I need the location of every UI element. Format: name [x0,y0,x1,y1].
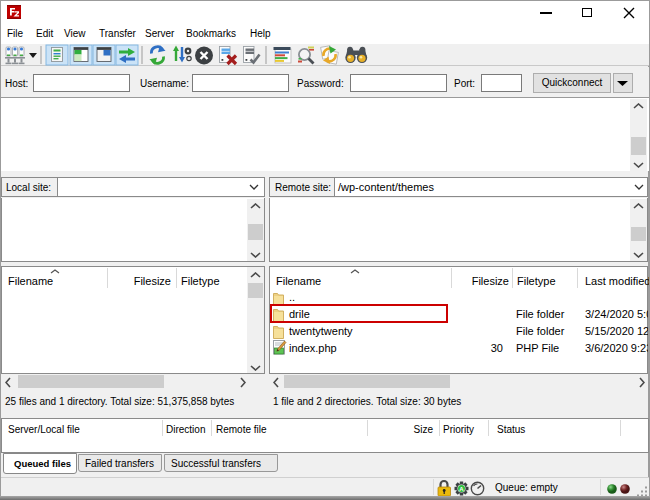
svg-text:A: A [459,486,464,492]
